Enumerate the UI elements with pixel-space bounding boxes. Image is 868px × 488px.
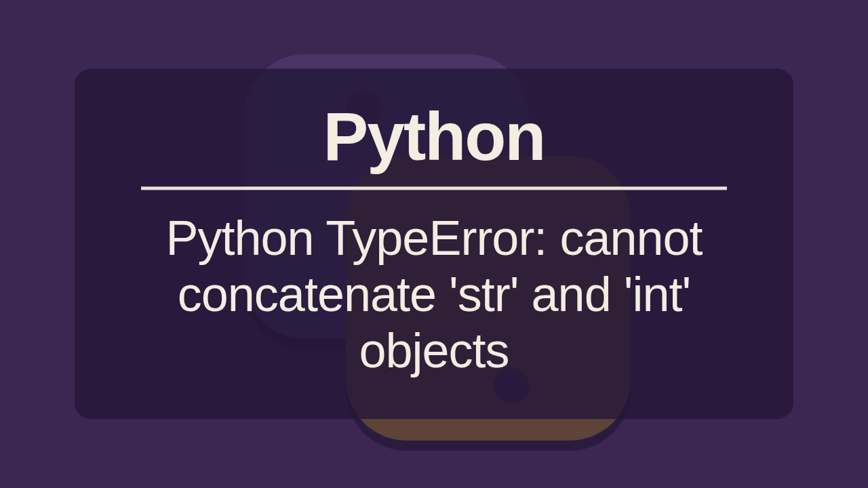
title-card: Python Python TypeError: cannot concaten… bbox=[75, 68, 793, 419]
heading: Python bbox=[115, 102, 753, 170]
subtitle: Python TypeError: cannot concatenate 'st… bbox=[115, 210, 753, 378]
divider bbox=[141, 186, 728, 190]
